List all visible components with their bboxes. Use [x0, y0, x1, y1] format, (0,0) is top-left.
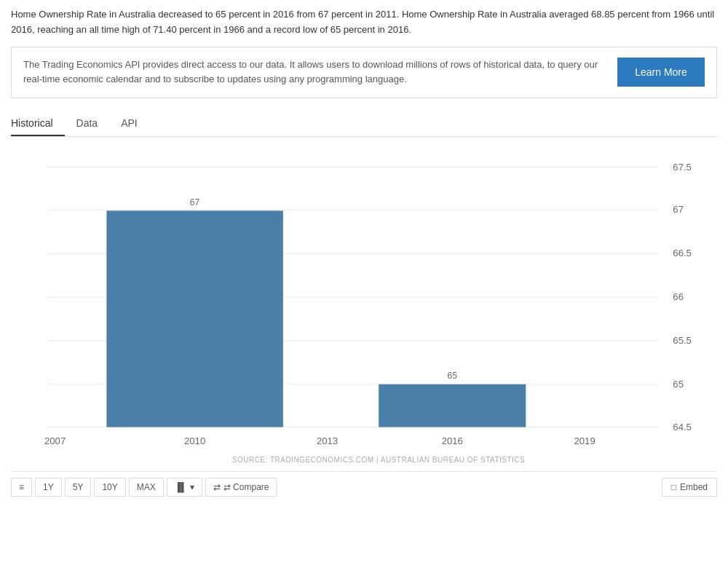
tabs-container: Historical Data API — [11, 111, 717, 137]
list-view-button[interactable]: ≡ — [11, 478, 32, 497]
tab-api[interactable]: API — [121, 111, 149, 136]
svg-text:66: 66 — [673, 291, 684, 302]
10y-button[interactable]: 10Y — [94, 478, 125, 497]
chart-type-chevron: ▾ — [190, 482, 194, 492]
1y-button[interactable]: 1Y — [35, 478, 62, 497]
api-banner-text: The Trading Economics API provides direc… — [23, 58, 603, 88]
svg-text:2019: 2019 — [574, 435, 596, 446]
svg-text:67: 67 — [673, 204, 684, 215]
chart-type-button[interactable]: ▐▌ ▾ — [167, 478, 202, 497]
compare-icon: ⇄ — [213, 482, 221, 492]
svg-text:2010: 2010 — [184, 435, 205, 446]
svg-text:2007: 2007 — [44, 435, 66, 446]
bar-2010 — [106, 211, 282, 427]
list-icon: ≡ — [19, 482, 24, 492]
svg-text:2016: 2016 — [442, 435, 463, 446]
svg-text:65: 65 — [673, 379, 684, 390]
description-text: Home Ownership Rate in Australia decreas… — [11, 7, 717, 38]
embed-icon: □ — [671, 482, 676, 492]
embed-button[interactable]: □ Embed — [662, 478, 717, 497]
svg-text:64.5: 64.5 — [673, 422, 692, 433]
svg-text:65: 65 — [448, 371, 458, 381]
compare-button[interactable]: ⇄ ⇄ Compare — [205, 478, 277, 497]
bar-chart: 67.5 67 66.5 66 65.5 65 64.5 67 65 2007 … — [11, 144, 717, 450]
tab-data[interactable]: Data — [76, 111, 110, 136]
svg-text:2013: 2013 — [317, 435, 338, 446]
tab-historical[interactable]: Historical — [11, 111, 65, 136]
toolbar: ≡ 1Y 5Y 10Y MAX ▐▌ ▾ ⇄ ⇄ Compare □ Embed — [11, 471, 717, 502]
learn-more-button[interactable]: Learn More — [617, 58, 705, 87]
main-container: Home Ownership Rate in Australia decreas… — [0, 0, 728, 510]
svg-text:65.5: 65.5 — [673, 335, 692, 346]
source-text: SOURCE: TRADINGECONOMICS.COM | AUSTRALIA… — [11, 456, 717, 464]
bar-2016 — [379, 384, 526, 427]
chart-area: 67.5 67 66.5 66 65.5 65 64.5 67 65 2007 … — [11, 144, 717, 450]
max-button[interactable]: MAX — [129, 478, 164, 497]
svg-text:66.5: 66.5 — [673, 248, 692, 259]
5y-button[interactable]: 5Y — [65, 478, 92, 497]
api-banner: The Trading Economics API provides direc… — [11, 47, 717, 99]
bar-chart-icon: ▐▌ — [175, 482, 187, 492]
svg-text:67: 67 — [190, 197, 200, 208]
svg-text:67.5: 67.5 — [673, 162, 692, 173]
